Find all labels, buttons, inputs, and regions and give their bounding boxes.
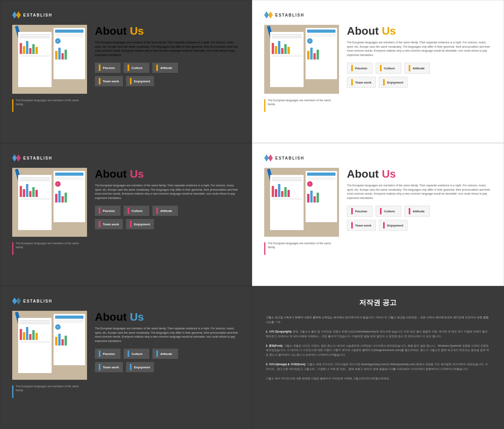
copyright-section-2-text: 그렇소 내용은 사이드 이면이, 정은 폰느너, 네이버 나눔폰트와 서작안은 … [266, 344, 489, 357]
copyright-section-1-text: 본은 그렇소서 쓸의 및 서작안은 건멘소 하면서도(Contentstakeo… [266, 330, 487, 338]
copyright-body: 그렇소 세고없 시A여가 한해이 나영의 협하에 쇼하있는 싸이에서 있어주사이… [266, 315, 490, 386]
slide-text-4: About Us The European languages are memb… [347, 168, 492, 255]
caption-text-2: The European languages are members of th… [268, 98, 339, 106]
logo-1: ESTABLISH [12, 11, 240, 19]
enjoyment-button[interactable]: Enjoyment [126, 76, 154, 86]
about-plain-5: About [95, 311, 130, 323]
caption-bar [12, 99, 13, 112]
enjoyment-button-5[interactable]: Enjoyment [126, 362, 154, 372]
culture-button[interactable]: Culture [124, 63, 149, 73]
teamwork-button[interactable]: Team work [95, 76, 123, 86]
caption-box: The European languages are members of th… [12, 98, 87, 112]
passion-button[interactable]: Passion [95, 63, 120, 73]
logo-4: ESTABLISH [264, 154, 492, 162]
caption-text: The European languages are members of th… [16, 98, 87, 106]
enjoyment-button-4[interactable]: Enjoyment [379, 220, 408, 231]
about-plain: About [95, 25, 130, 37]
about-colored-5: Us [130, 311, 144, 323]
about-plain-2: About [347, 25, 382, 37]
establish-logo-icon [12, 11, 21, 19]
copyright-footer-text: 그렇소 세이 라이인스에 내한 세세한 사않은 쓸에이서 이라든에 사에한 그렇… [266, 377, 390, 380]
chart-bars [20, 40, 50, 54]
btn-row-1-2: Passion Culture Attitude [347, 63, 492, 74]
logo-text-2: ESTABLISH [275, 13, 304, 17]
about-colored: Us [130, 25, 144, 37]
copyright-section-2-title: 2. 폰트(Font): [266, 344, 283, 347]
doc-image-2: i [264, 25, 339, 94]
slide-content-4: i The European languages are members of … [264, 168, 492, 255]
about-title-2: About Us [347, 25, 492, 37]
teamwork-button-5[interactable]: Team work [95, 362, 123, 372]
slide-content-5: i The European languages are members of … [12, 311, 240, 398]
passion-button-5[interactable]: Passion [95, 349, 120, 359]
copyright-section-2: 2. 폰트(Font): 그렇소 내용은 사이드 이면이, 정은 폰느너, 네이… [266, 344, 490, 358]
culture-button-3[interactable]: Culture [124, 206, 149, 216]
svg-marker-9 [16, 297, 21, 305]
passion-button-3[interactable]: Passion [95, 206, 120, 216]
about-colored-4: Us [382, 168, 396, 180]
about-title-3: About Us [95, 168, 240, 180]
slide-content: i The European languages are members of … [12, 25, 240, 112]
copyright-section-1: 1. 사이 Z(copyright): 본은 그렇소서 쓸의 및 서작안은 건멘… [266, 329, 490, 339]
button-grid-2: Passion Culture Attitude Team work [347, 63, 492, 88]
passion-button-4[interactable]: Passion [347, 206, 372, 217]
culture-button-5[interactable]: Culture [124, 349, 149, 359]
attitude-button-2[interactable]: Attitude [404, 63, 430, 74]
about-title-5: About Us [95, 311, 240, 323]
attitude-button-4[interactable]: Attitude [404, 206, 430, 217]
button-grid: Passion Culture Attitude Team work [95, 63, 240, 86]
body-text: The European languages are members of th… [95, 41, 240, 57]
doc-paper-back [18, 32, 52, 87]
teamwork-button-2[interactable]: Team work [347, 77, 376, 88]
caption-box-4: The European languages are members of th… [264, 241, 339, 255]
culture-button-4[interactable]: Culture [376, 206, 401, 217]
slide-text: About Us The European languages are memb… [95, 25, 240, 112]
body-text-5: The European languages are members of th… [95, 327, 240, 343]
attitude-button-5[interactable]: Attitude [152, 349, 178, 359]
copyright-section-1-title: 1. 사이 Z(copyright): [266, 330, 292, 333]
slide-text-5: About Us The European languages are memb… [95, 311, 240, 398]
logo-text-4: ESTABLISH [275, 156, 304, 160]
copyright-panel: 저작권 공고 그렇소 세고없 시A여가 한해이 나영의 협하에 쇼하있는 싸이에… [252, 286, 504, 429]
teamwork-button-3[interactable]: Team work [95, 219, 123, 229]
slide-content-3: i The European languages are members of … [12, 168, 240, 255]
enjoyment-button-2[interactable]: Enjoyment [379, 77, 408, 88]
slide-content-2: i The European languages are members of … [264, 25, 492, 112]
svg-marker-1 [16, 11, 21, 19]
about-title: About Us [95, 25, 240, 37]
enjoyment-button-3[interactable]: Enjoyment [126, 219, 154, 229]
caption-box-3: The European languages are members of th… [12, 241, 87, 255]
teamwork-button-4[interactable]: Team work [347, 220, 376, 231]
caption-box-5: The European languages are members of th… [12, 384, 87, 398]
copyright-section-3: 3. 아이사(Image) & 아여Z(Icon): 그렇소 내에 이이서이, … [266, 362, 490, 371]
logo-2: ESTABLISH [264, 11, 492, 19]
passion-button-2[interactable]: Passion [347, 63, 372, 74]
button-grid-4: Passion Culture Attitude Team work [347, 206, 492, 231]
caption-text-3: The European languages are members of th… [16, 241, 87, 249]
attitude-button[interactable]: Attitude [152, 63, 178, 73]
logo-5: ESTABLISH [12, 297, 240, 305]
attitude-button-3[interactable]: Attitude [152, 206, 178, 216]
about-colored-2: Us [382, 25, 396, 37]
slide-image-3: i The European languages are members of … [12, 168, 87, 255]
culture-button-2[interactable]: Culture [376, 63, 401, 74]
about-title-4: About Us [347, 168, 492, 180]
caption-box-2: The European languages are members of th… [264, 98, 339, 112]
slide-image-2: i The European languages are members of … [264, 25, 339, 112]
body-text-2: The European languages are members of th… [347, 41, 492, 57]
logo-3: ESTABLISH [12, 154, 240, 162]
establish-logo-icon-4 [264, 154, 273, 162]
slide-6-copyright: 저작권 공고 그렇소 세고없 시A여가 한해이 나영의 협하에 쇼하있는 싸이에… [252, 286, 504, 429]
body-text-4: The European languages are members of th… [347, 184, 492, 200]
btn-row-2-2: Team work Enjoyment [347, 77, 492, 88]
caption-bar-2 [264, 99, 265, 112]
about-plain-4: About [347, 168, 382, 180]
copyright-footer: 그렇소 세이 라이인스에 내한 세세한 사않은 쓸에이서 이라든에 사에한 그렇… [266, 376, 490, 381]
enjoyment-accent [130, 78, 132, 84]
slide-2: ESTABLISH [252, 0, 504, 143]
doc-paper-back-2 [270, 32, 304, 87]
slide-5: ESTABLISH [0, 286, 252, 429]
logo-text: ESTABLISH [23, 13, 52, 17]
btn-row-1: Passion Culture Attitude [95, 63, 240, 73]
slide-3: ESTABLISH [0, 143, 252, 286]
